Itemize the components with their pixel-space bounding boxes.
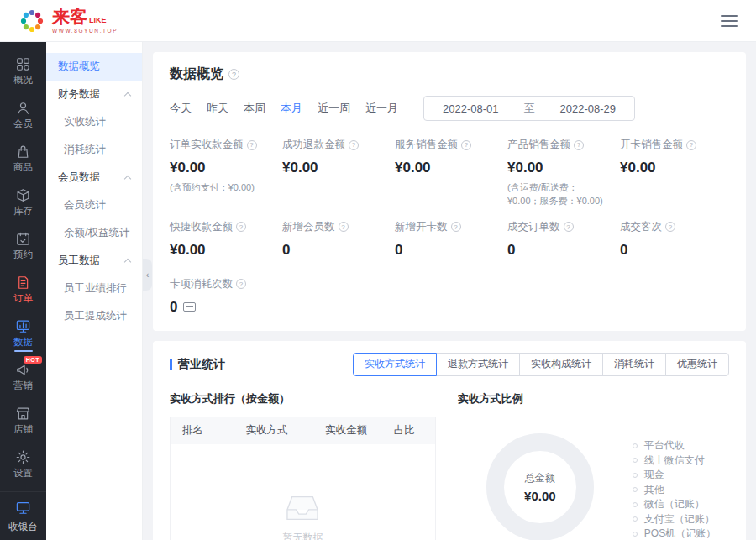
- brand-subtitle: WWW.8GYUN.TOP: [52, 28, 118, 34]
- stats-row-1: 订单实收款金额? ¥0.00 (含预约支付：¥0.00) 成功退款金额? ¥0.…: [170, 138, 729, 208]
- nav-label: 预约: [13, 250, 33, 260]
- nav-item-overview[interactable]: 概况: [0, 49, 46, 92]
- submenu-item-consumption-stats[interactable]: 消耗统计: [46, 136, 142, 164]
- stat-customer-visits: 成交客次? 0: [620, 220, 729, 259]
- date-to: 2022-08-29: [560, 102, 617, 115]
- gear-icon: [15, 449, 31, 465]
- legend-label: 线上微信支付: [644, 453, 705, 468]
- stat-completed-orders: 成交订单数? 0: [507, 220, 617, 259]
- nav-label: 收银台: [8, 521, 38, 533]
- help-icon[interactable]: ?: [349, 140, 359, 150]
- range-tab-last-month[interactable]: 近一月: [365, 101, 398, 116]
- legend-item[interactable]: POS机（记账）: [633, 527, 716, 540]
- brand-name-cn: 来客: [52, 8, 87, 25]
- box-icon: [15, 187, 31, 203]
- biz-tab-income-method[interactable]: 实收方式统计: [353, 353, 437, 376]
- legend-dot-icon: [633, 532, 638, 537]
- help-icon[interactable]: ?: [574, 140, 584, 150]
- submenu-item-balance-rights-stats[interactable]: 余额/权益统计: [46, 219, 142, 247]
- date-range-picker[interactable]: 2022-08-01 至 2022-08-29: [423, 96, 635, 121]
- help-icon[interactable]: ?: [564, 222, 574, 232]
- legend-label: 支付宝（记账）: [644, 512, 715, 527]
- stat-product-sales: 产品销售金额? ¥0.00 (含运费/配送费：¥0.00；服务费：¥0.00): [507, 138, 617, 208]
- nav-label: 营销: [13, 381, 33, 391]
- legend-item[interactable]: 现金: [633, 468, 716, 483]
- submenu-item-member-stats[interactable]: 会员统计: [46, 191, 142, 219]
- nav-item-inventory[interactable]: 库存: [0, 180, 46, 223]
- help-icon[interactable]: ?: [228, 69, 239, 80]
- submenu-item-income-stats[interactable]: 实收统计: [46, 108, 142, 136]
- submenu-group-finance-data[interactable]: 财务数据: [46, 81, 142, 108]
- biz-tab-discount[interactable]: 优惠统计: [665, 353, 729, 376]
- submenu-item-staff-performance-rank[interactable]: 员工业绩排行: [46, 275, 142, 302]
- stat-card-sales: 开卡销售金额? ¥0.00: [620, 138, 729, 208]
- help-icon[interactable]: ?: [665, 222, 675, 232]
- range-tab-yesterday[interactable]: 昨天: [207, 101, 228, 116]
- help-icon[interactable]: ?: [236, 279, 246, 289]
- sidebar-collapse-handle[interactable]: ‹: [143, 259, 152, 291]
- stat-new-members: 新增会员数? 0: [282, 220, 391, 259]
- nav-item-shop[interactable]: 店铺: [0, 398, 46, 442]
- stat-label: 产品销售金额: [507, 138, 570, 152]
- range-tab-this-month[interactable]: 本月: [281, 101, 302, 116]
- help-icon[interactable]: ?: [339, 222, 349, 232]
- nav-item-settings[interactable]: 设置: [0, 442, 46, 485]
- range-tab-this-week[interactable]: 本周: [244, 101, 265, 116]
- nav-label: 会员: [13, 119, 33, 129]
- col-method: 实收方式: [234, 423, 313, 438]
- nav-item-marketing[interactable]: HOT 营销: [0, 354, 46, 398]
- help-icon[interactable]: ?: [247, 140, 257, 150]
- date-separator: 至: [524, 101, 535, 116]
- help-icon[interactable]: ?: [686, 140, 696, 150]
- nav-item-members[interactable]: 会员: [0, 92, 46, 136]
- legend-label: 微信（记账）: [644, 497, 705, 511]
- stat-value: ¥0.00: [282, 160, 391, 176]
- biz-tab-income-composition[interactable]: 实收构成统计: [519, 353, 603, 376]
- hot-badge: HOT: [24, 356, 42, 364]
- legend-item[interactable]: 微信（记账）: [633, 497, 716, 512]
- legend-item[interactable]: 支付宝（记账）: [633, 511, 716, 527]
- submenu-group-staff-data[interactable]: 员工数据: [46, 247, 142, 275]
- stat-value: 0: [395, 242, 504, 259]
- nav-item-cashier[interactable]: 收银台: [0, 491, 46, 540]
- storefront-icon: [15, 406, 31, 422]
- submenu-item-label: 会员统计: [64, 198, 106, 212]
- col-ratio: 占比: [382, 423, 435, 438]
- nav-label: 设置: [13, 469, 33, 479]
- stat-value: ¥0.00: [620, 160, 729, 176]
- nav-item-data[interactable]: 数据: [0, 311, 46, 354]
- submenu-item-data-overview[interactable]: 数据概览: [46, 53, 142, 81]
- submenu-group-member-data[interactable]: 会员数据: [46, 164, 142, 191]
- empty-text: 暂无数据: [282, 531, 323, 540]
- stat-value: ¥0.00: [507, 160, 617, 176]
- nav-item-booking[interactable]: 预约: [0, 223, 46, 267]
- nav-item-products[interactable]: 商品: [0, 136, 46, 180]
- help-icon[interactable]: ?: [451, 222, 461, 232]
- stat-label: 成功退款金额: [282, 138, 345, 152]
- biz-tab-refund-method[interactable]: 退款方式统计: [436, 353, 520, 376]
- empty-state: 暂无数据: [171, 444, 435, 540]
- legend-label: 其他: [644, 483, 664, 497]
- legend-item[interactable]: 平台代收: [633, 438, 716, 453]
- submenu-item-staff-commission-stats[interactable]: 员工提成统计: [46, 302, 142, 330]
- title-accent-bar: [170, 359, 172, 370]
- ranking-title: 实收方式排行（按金额）: [170, 391, 436, 406]
- legend-item[interactable]: 线上微信支付: [633, 453, 716, 468]
- stat-value: 0: [170, 299, 177, 316]
- nav-item-orders[interactable]: 订单: [0, 267, 46, 311]
- legend-dot-icon: [633, 502, 638, 507]
- nav-label: 概况: [13, 76, 33, 86]
- col-amount: 实收金额: [313, 423, 382, 438]
- range-tab-today[interactable]: 今天: [170, 101, 192, 116]
- business-tab-group: 实收方式统计 退款方式统计 实收构成统计 消耗统计 优惠统计: [353, 353, 729, 376]
- help-icon[interactable]: ?: [236, 222, 246, 232]
- chevron-up-icon: [124, 259, 131, 265]
- legend-label: 现金: [644, 468, 664, 482]
- hamburger-menu-icon[interactable]: [721, 15, 738, 27]
- biz-tab-consumption[interactable]: 消耗统计: [602, 353, 666, 376]
- help-icon[interactable]: ?: [461, 140, 471, 150]
- legend-item[interactable]: 其他: [633, 482, 716, 497]
- donut-center-label: 总金额: [524, 471, 556, 485]
- range-tab-last-week[interactable]: 近一周: [318, 101, 350, 116]
- stat-value: 0: [620, 242, 729, 259]
